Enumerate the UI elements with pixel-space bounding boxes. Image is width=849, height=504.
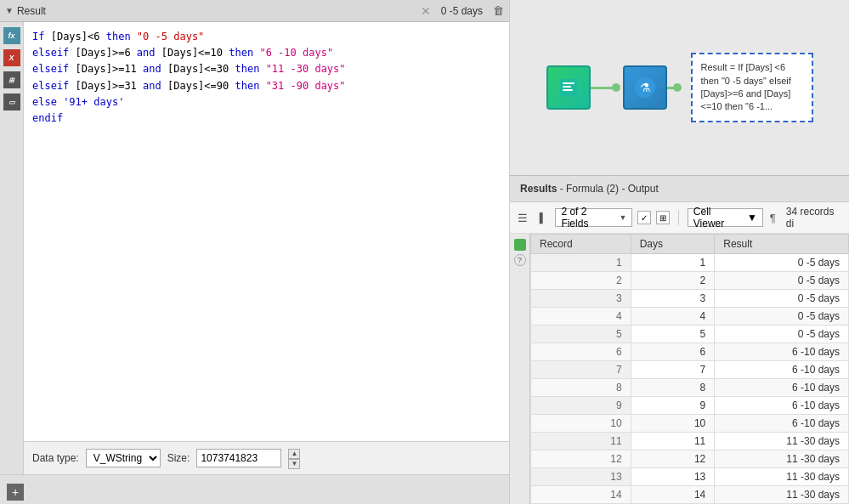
table-row: 7 7 6 -10 days [531, 361, 849, 379]
svg-rect-2 [563, 86, 571, 88]
cell-days: 12 [631, 450, 715, 468]
cell-days: 7 [631, 361, 715, 379]
formula-editor[interactable]: If [Days]<6 then "0 -5 days" elseif [Day… [24, 22, 509, 441]
x-icon[interactable]: X [3, 49, 20, 66]
cell-record: 6 [531, 343, 631, 361]
cell-result: 6 -10 days [715, 415, 849, 433]
cell-result: 11 -30 days [715, 468, 849, 486]
formula-title: Result [17, 5, 417, 17]
results-table: Record Days Result 1 1 0 -5 days 2 2 0 -… [530, 234, 849, 504]
cell-days: 6 [631, 343, 715, 361]
check-icon[interactable]: ✓ [637, 211, 651, 224]
fx-icon[interactable]: fx [3, 27, 20, 44]
cell-days: 8 [631, 379, 715, 397]
svg-text:⚗: ⚗ [639, 82, 650, 94]
output-label: 0 -5 days [441, 5, 483, 17]
formula-footer: Data type: V_WString Size: 1073741823 ▲ … [24, 441, 509, 474]
expand-icon[interactable]: ▼ [5, 6, 14, 15]
right-panel: ⚗ Result = If [Days] <6 then "0 -5 days"… [510, 0, 849, 504]
table-row: 3 3 0 -5 days [531, 290, 849, 308]
table-row: 11 11 11 -30 days [531, 433, 849, 450]
fields-dropdown[interactable]: 2 of 2 Fields ▼ [555, 208, 632, 227]
cell-record: 5 [531, 326, 631, 343]
cell-result: 0 -5 days [715, 326, 849, 343]
cell-record: 12 [531, 450, 631, 468]
node-formula[interactable]: ⚗ [623, 65, 667, 110]
table-row: 4 4 0 -5 days [531, 308, 849, 326]
cell-days: 1 [631, 254, 715, 272]
formula-sidebar: fx X ⊞ ▭ If [Days]<6 then "0 -5 days" el… [0, 22, 509, 474]
results-table-wrap[interactable]: Record Days Result 1 1 0 -5 days 2 2 0 -… [530, 234, 849, 504]
trash-icon[interactable]: 🗑 [493, 4, 504, 17]
rect-icon[interactable]: ▭ [3, 93, 20, 110]
cell-viewer-label: Cell Viewer [693, 206, 744, 229]
cell-result: 0 -5 days [715, 290, 849, 308]
workflow-nodes: ⚗ Result = If [Days] <6 then "0 -5 days"… [546, 53, 813, 122]
results-panel: Results - Formula (2) - Output ☰ ▌ 2 of … [510, 175, 849, 504]
records-count: 34 records di [786, 206, 844, 229]
cell-record: 13 [531, 468, 631, 486]
left-panel: ▼ Result ✕ 0 -5 days 🗑 fx X ⊞ ▭ If [Days… [0, 0, 510, 504]
cell-result: 11 -30 days [715, 433, 849, 450]
node-tooltip-text: Result = If [Days] <6 then "0 -5 days" e… [701, 61, 803, 114]
cell-result: 11 -30 days [715, 450, 849, 468]
results-title: Results [520, 183, 557, 195]
cell-result: 6 -10 days [715, 343, 849, 361]
list-icon[interactable]: ☰ [515, 210, 530, 225]
column-icon[interactable]: ▌ [535, 210, 551, 225]
col-header-record: Record [531, 235, 631, 254]
spinner-down[interactable]: ▼ [288, 459, 300, 469]
info-icon[interactable]: ? [514, 254, 526, 266]
cell-result: 6 -10 days [715, 379, 849, 397]
cell-days: 9 [631, 397, 715, 415]
cell-result: 0 -5 days [715, 272, 849, 290]
table-row: 13 13 11 -30 days [531, 468, 849, 486]
cell-days: 13 [631, 468, 715, 486]
datatype-select[interactable]: V_WString [86, 449, 161, 467]
cell-result: 11 -30 days [715, 486, 849, 504]
datatype-label: Data type: [32, 452, 79, 464]
node-tooltip-box: Result = If [Days] <6 then "0 -5 days" e… [691, 53, 813, 122]
cell-days: 14 [631, 486, 715, 504]
results-left-icons: ? [510, 234, 530, 504]
table-row: 6 6 6 -10 days [531, 343, 849, 361]
cell-days: 3 [631, 290, 715, 308]
col-header-result: Result [715, 235, 849, 254]
cell-result: 0 -5 days [715, 308, 849, 326]
divider-1 [678, 210, 679, 225]
add-button[interactable]: + [7, 484, 24, 501]
cell-viewer-chevron: ▼ [747, 212, 757, 224]
cell-days: 11 [631, 433, 715, 450]
cell-record: 9 [531, 397, 631, 415]
node-input[interactable] [546, 65, 591, 110]
node-input-icon [546, 65, 591, 110]
cell-days: 2 [631, 272, 715, 290]
pipe-separator: ¶ [770, 212, 776, 224]
size-label: Size: [167, 452, 190, 464]
table-row: 12 12 11 -30 days [531, 450, 849, 468]
spinner-up[interactable]: ▲ [288, 449, 300, 459]
svg-rect-1 [563, 82, 574, 84]
cell-record: 14 [531, 486, 631, 504]
add-row: + [0, 474, 509, 504]
size-input[interactable]: 1073741823 [196, 449, 281, 467]
cell-record: 3 [531, 290, 631, 308]
cell-days: 10 [631, 415, 715, 433]
cell-record: 1 [531, 254, 631, 272]
cell-record: 7 [531, 361, 631, 379]
cell-record: 10 [531, 415, 631, 433]
grid-icon[interactable]: ⊞ [656, 211, 670, 224]
cell-days: 5 [631, 326, 715, 343]
cell-record: 2 [531, 272, 631, 290]
results-toolbar: ☰ ▌ 2 of 2 Fields ▼ ✓ ⊞ Cell Viewer ▼ ¶ … [510, 202, 849, 234]
table-row: 2 2 0 -5 days [531, 272, 849, 290]
grid-icon[interactable]: ⊞ [3, 71, 20, 88]
formula-header: ▼ Result ✕ 0 -5 days 🗑 [0, 0, 509, 22]
cell-record: 8 [531, 379, 631, 397]
results-body: ? Record Days Result 1 1 0 -5 days [510, 234, 849, 504]
close-icon[interactable]: ✕ [421, 4, 431, 18]
formula-content: If [Days]<6 then "0 -5 days" elseif [Day… [24, 22, 509, 474]
size-spinner[interactable]: ▲ ▼ [288, 449, 300, 467]
cell-result: 0 -5 days [715, 254, 849, 272]
cell-viewer-dropdown[interactable]: Cell Viewer ▼ [688, 208, 763, 227]
